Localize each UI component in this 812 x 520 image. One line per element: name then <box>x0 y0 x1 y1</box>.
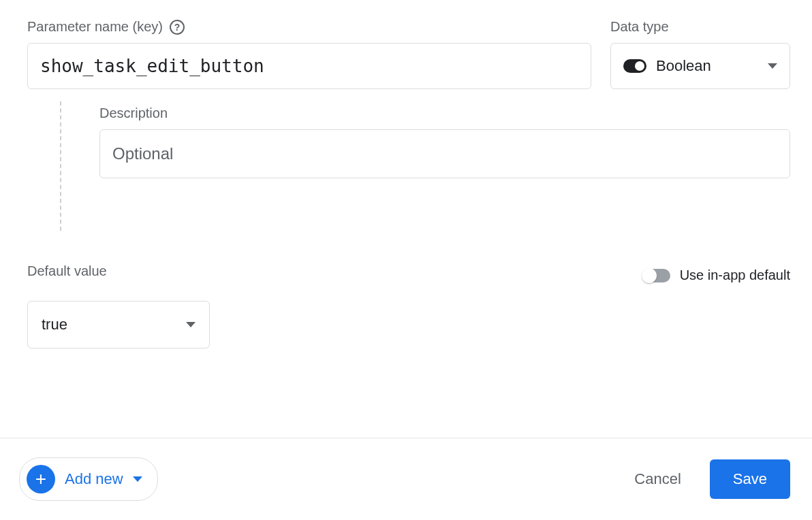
parameter-name-field: Parameter name (key) ? <box>27 19 591 89</box>
add-new-button[interactable]: + Add new <box>19 457 158 501</box>
parameter-form: Parameter name (key) ? Data type Boolean <box>0 0 812 520</box>
description-body: Description <box>99 101 790 231</box>
help-icon[interactable]: ? <box>170 20 185 35</box>
parameter-name-label-text: Parameter name (key) <box>27 19 163 35</box>
description-label-text: Description <box>99 105 168 121</box>
form-footer: + Add new Cancel Save <box>0 438 812 520</box>
chevron-down-icon <box>133 476 142 482</box>
data-type-field: Data type Boolean <box>610 19 790 89</box>
plus-icon: + <box>27 465 55 493</box>
default-value-select[interactable]: true <box>27 301 210 348</box>
data-type-label-text: Data type <box>610 19 669 35</box>
chevron-down-icon <box>768 63 777 69</box>
save-button[interactable]: Save <box>710 459 790 499</box>
default-value-row: Default value Use in-app default <box>27 263 790 287</box>
use-inapp-default-toggle[interactable]: Use in-app default <box>643 267 790 283</box>
default-value-label: Default value <box>27 263 107 279</box>
parameter-name-input[interactable] <box>27 43 591 89</box>
use-inapp-default-label: Use in-app default <box>680 267 790 283</box>
add-new-label: Add new <box>65 470 123 488</box>
description-block: Description <box>60 101 790 231</box>
top-row: Parameter name (key) ? Data type Boolean <box>27 19 790 89</box>
chevron-down-icon <box>186 322 196 327</box>
cancel-button[interactable]: Cancel <box>627 462 687 496</box>
data-type-label: Data type <box>610 19 790 35</box>
data-type-select[interactable]: Boolean <box>610 43 790 89</box>
description-label: Description <box>99 105 790 121</box>
default-value-field: Default value <box>27 263 107 287</box>
default-value-selected: true <box>42 316 67 334</box>
default-value-label-text: Default value <box>27 263 107 279</box>
form-body: Parameter name (key) ? Data type Boolean <box>27 19 790 364</box>
parameter-name-label: Parameter name (key) ? <box>27 19 591 35</box>
data-type-value: Boolean <box>656 57 758 75</box>
footer-actions: Cancel Save <box>627 459 790 499</box>
indent-guide <box>60 101 61 231</box>
boolean-toggle-icon <box>623 59 646 73</box>
toggle-off-icon <box>643 269 670 282</box>
description-input[interactable] <box>99 129 790 178</box>
